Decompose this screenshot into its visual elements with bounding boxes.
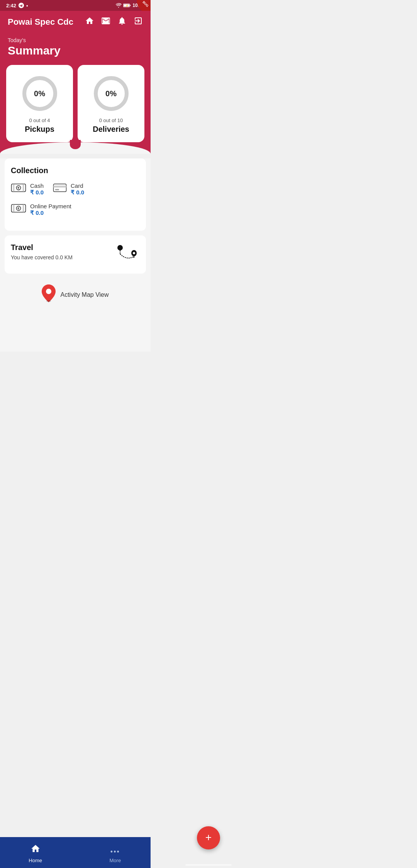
svg-rect-10	[23, 184, 24, 192]
pickups-circle: 0%	[20, 74, 59, 113]
travel-text: Travel You have covered 0.0 KM	[11, 243, 73, 260]
svg-point-21	[117, 245, 123, 250]
spacer	[0, 313, 151, 352]
svg-text:₹: ₹	[17, 187, 20, 190]
collection-row-2: ₹ Online Payment ₹ 0.0	[11, 203, 140, 217]
card-value: ₹ 0.0	[71, 189, 84, 196]
header-icons	[85, 16, 143, 28]
dot-indicator: •	[26, 3, 28, 9]
deliveries-circle: 0%	[92, 74, 131, 113]
deliveries-label: Deliveries	[93, 125, 129, 134]
svg-text:⚡: ⚡	[125, 4, 129, 7]
travel-header: Travel You have covered 0.0 KM	[11, 243, 140, 266]
svg-rect-14	[53, 186, 66, 187]
svg-rect-15	[55, 189, 59, 191]
card-label: Card	[71, 182, 84, 189]
header-top: Powai Spec Cdc	[8, 16, 143, 28]
card-item: Card ₹ 0.0	[53, 182, 84, 196]
svg-point-23	[133, 252, 135, 254]
card-payment-icon	[53, 182, 67, 196]
svg-rect-13	[53, 184, 66, 192]
travel-subtitle: You have covered 0.0 KM	[11, 254, 73, 260]
cards-wrapper: 0% 0 out of 4 Pickups 0% 0 out of 10 Del…	[0, 65, 151, 142]
svg-point-24	[46, 289, 51, 294]
activity-map-label: Activity Map View	[60, 291, 108, 298]
activity-map-section[interactable]: Activity Map View	[5, 278, 146, 308]
wifi-icon	[115, 3, 122, 8]
main-content: Collection ₹ Cash ₹ 0.0	[0, 158, 151, 352]
activity-map-row[interactable]: Activity Map View	[42, 284, 108, 305]
travel-section: Travel You have covered 0.0 KM	[5, 235, 146, 274]
notification-icon[interactable]	[117, 16, 127, 28]
travel-title: Travel	[11, 243, 73, 252]
cards-container: 0% 0 out of 4 Pickups 0% 0 out of 10 Del…	[6, 65, 144, 142]
summary-label-text: Today's	[8, 37, 143, 43]
status-time: 2:42	[6, 3, 16, 9]
deliveries-percent: 0%	[105, 89, 117, 98]
online-value: ₹ 0.0	[30, 209, 71, 216]
online-info: Online Payment ₹ 0.0	[30, 203, 71, 216]
summary-title-text: Summary	[8, 44, 143, 57]
logout-icon[interactable]	[134, 16, 143, 28]
deliveries-subtext: 0 out of 10	[99, 117, 123, 123]
cash-value: ₹ 0.0	[30, 189, 44, 196]
card-divider-curve	[70, 140, 81, 149]
pickups-percent: 0%	[34, 89, 45, 98]
telegram-icon	[19, 3, 24, 8]
svg-rect-9	[13, 184, 14, 192]
deliveries-card: 0% 0 out of 10 Deliveries	[78, 65, 144, 142]
card-info: Card ₹ 0.0	[71, 182, 84, 196]
card-divider	[75, 65, 76, 142]
svg-rect-17	[13, 204, 14, 212]
cash-info: Cash ₹ 0.0	[30, 182, 44, 196]
collection-title: Collection	[11, 166, 140, 175]
status-left: 2:42 •	[6, 3, 28, 9]
home-nav-icon[interactable]	[85, 16, 94, 28]
online-item: ₹ Online Payment ₹ 0.0	[11, 203, 71, 217]
pickups-subtext: 0 out of 4	[29, 117, 50, 123]
store-icon[interactable]	[101, 16, 110, 28]
collection-section: Collection ₹ Cash ₹ 0.0	[5, 158, 146, 231]
svg-rect-18	[23, 204, 24, 212]
map-pin-icon	[42, 284, 56, 305]
header: Powai Spec Cdc	[0, 11, 151, 65]
online-label: Online Payment	[30, 203, 71, 209]
pickups-label: Pickups	[25, 125, 54, 134]
app-title: Powai Spec Cdc	[8, 17, 73, 27]
cash-item: ₹ Cash ₹ 0.0	[11, 182, 44, 196]
svg-text:₹: ₹	[17, 207, 20, 211]
battery-icon: ⚡	[123, 3, 131, 8]
cash-label: Cash	[30, 182, 44, 189]
collection-row-1: ₹ Cash ₹ 0.0 Card	[11, 182, 140, 196]
route-icon	[115, 243, 140, 266]
svg-rect-2	[130, 5, 131, 6]
pickups-card: 0% 0 out of 4 Pickups	[6, 65, 73, 142]
svg-point-25	[46, 300, 51, 302]
status-bar: 2:42 • ⚡ 100% BUG	[0, 0, 151, 11]
cash-icon: ₹	[11, 182, 26, 196]
online-payment-icon: ₹	[11, 203, 26, 217]
